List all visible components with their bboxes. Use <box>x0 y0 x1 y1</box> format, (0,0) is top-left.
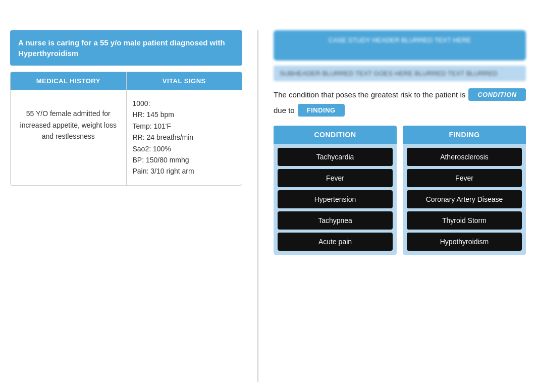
vital-signs-body: 1000:HR: 145 bpmTemp: 101'FRR: 24 breath… <box>127 90 242 185</box>
medical-history-col: MEDICAL HISTORY 55 Y/O female admitted f… <box>11 72 127 185</box>
vital-signs-col: VITAL SIGNS 1000:HR: 145 bpmTemp: 101'FR… <box>127 72 242 185</box>
sentence-row: The condition that poses the greatest ri… <box>274 86 526 119</box>
right-header-blurred: CASE STUDY HEADER BLURRED TEXT HERE <box>274 30 526 61</box>
dropzone-row: CONDITION TachycardiaFeverHypertensionTa… <box>274 126 526 255</box>
finding-col-header: FINDING <box>403 126 526 144</box>
finding-item[interactable]: Fever <box>407 169 522 187</box>
condition-col-header: CONDITION <box>274 126 397 144</box>
condition-inline-box[interactable]: CONDITION <box>468 88 525 101</box>
medical-history-header: MEDICAL HISTORY <box>11 72 126 90</box>
condition-item[interactable]: Tachypnea <box>278 211 393 230</box>
condition-item[interactable]: Fever <box>278 169 393 187</box>
finding-item[interactable]: Thyroid Storm <box>407 211 522 230</box>
finding-items: AtherosclerosisFeverCoronary Artery Dise… <box>403 144 526 255</box>
vital-signs-header: VITAL SIGNS <box>127 72 242 90</box>
finding-column: FINDING AtherosclerosisFeverCoronary Art… <box>403 126 526 255</box>
right-panel: CASE STUDY HEADER BLURRED TEXT HERE SUBH… <box>274 30 526 382</box>
patient-header: A nurse is caring for a 55 y/o male pati… <box>10 30 242 66</box>
condition-item[interactable]: Acute pain <box>278 233 393 251</box>
finding-inline-box[interactable]: FINDING <box>298 104 345 117</box>
patient-header-text: A nurse is caring for a 55 y/o male pati… <box>18 38 225 58</box>
condition-item[interactable]: Hypertension <box>278 190 393 208</box>
finding-item[interactable]: Hypothyroidism <box>407 233 522 251</box>
medical-history-body: 55 Y/O female admitted for increased app… <box>11 90 126 160</box>
finding-item[interactable]: Atherosclerosis <box>407 148 522 166</box>
finding-item[interactable]: Coronary Artery Disease <box>407 190 522 208</box>
left-panel: A nurse is caring for a 55 y/o male pati… <box>10 30 242 382</box>
right-subheader-blurred: SUBHEADER BLURRED TEXT GOES HERE BLURRED… <box>274 66 526 81</box>
sentence-middle: due to <box>274 106 295 115</box>
condition-items: TachycardiaFeverHypertensionTachypneaAcu… <box>274 144 397 255</box>
vertical-divider <box>257 30 258 382</box>
condition-column: CONDITION TachycardiaFeverHypertensionTa… <box>274 126 397 255</box>
info-table: MEDICAL HISTORY 55 Y/O female admitted f… <box>10 72 242 186</box>
condition-item[interactable]: Tachycardia <box>278 148 393 166</box>
sentence-prefix: The condition that poses the greatest ri… <box>274 90 465 99</box>
